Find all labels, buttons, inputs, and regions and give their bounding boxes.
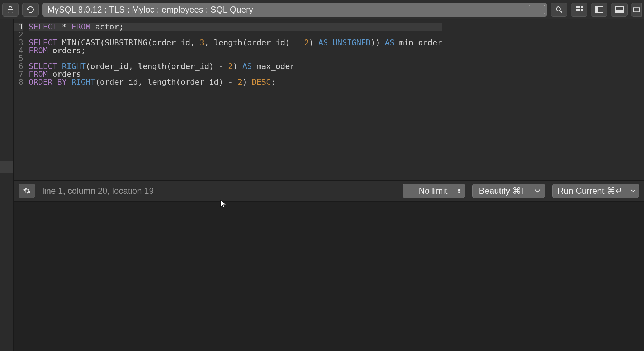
code-line[interactable] (29, 31, 442, 39)
line-gutter: 12345678 (14, 19, 25, 180)
code-line[interactable]: FROM orders; (29, 47, 442, 55)
status-bar: line 1, column 20, location 19 No limit … (14, 180, 644, 202)
svg-rect-3 (576, 6, 578, 8)
layout-left-button[interactable] (591, 3, 607, 17)
breadcrumb-text: MySQL 8.0.12 : TLS : Myloc : employees :… (47, 5, 253, 15)
top-toolbar: MySQL 8.0.12 : TLS : Myloc : employees :… (0, 0, 644, 19)
svg-rect-5 (581, 6, 583, 8)
refresh-button[interactable] (22, 3, 39, 17)
code-line[interactable]: FROM orders (29, 70, 442, 78)
svg-rect-12 (615, 10, 623, 13)
breadcrumb[interactable]: MySQL 8.0.12 : TLS : Myloc : employees :… (42, 3, 547, 17)
lock-button[interactable] (2, 3, 19, 17)
gear-icon (23, 187, 31, 195)
run-button[interactable]: Run Current ⌘↵ (552, 184, 639, 198)
refresh-icon (27, 6, 34, 14)
svg-rect-8 (581, 9, 583, 11)
chevron-down-icon (631, 189, 636, 193)
svg-rect-4 (578, 6, 580, 8)
main-area: 12345678 SELECT * FROM actor;SELECT MIN(… (0, 19, 644, 351)
beautify-button[interactable]: Beautify ⌘I (472, 184, 545, 198)
layout-bottom-icon (615, 6, 624, 13)
layout-left-icon (595, 6, 603, 13)
run-label: Run Current ⌘↵ (558, 186, 622, 196)
lock-open-icon (7, 6, 14, 14)
svg-rect-0 (8, 9, 13, 13)
results-panel (14, 202, 644, 351)
sidebar-handle[interactable] (0, 161, 13, 173)
row-limit-label: No limit (419, 186, 448, 196)
breadcrumb-badge (529, 5, 545, 14)
search-icon (555, 6, 563, 13)
layout-right-icon (633, 6, 640, 13)
grid-button[interactable] (571, 3, 587, 17)
beautify-dropdown[interactable] (530, 189, 545, 193)
svg-rect-7 (578, 9, 580, 11)
code-line[interactable]: SELECT * FROM actor; (29, 23, 442, 31)
layout-bottom-button[interactable] (611, 3, 628, 17)
left-sidebar (0, 19, 14, 351)
sql-editor[interactable]: 12345678 SELECT * FROM actor;SELECT MIN(… (14, 19, 644, 180)
code-line[interactable]: SELECT MIN(CAST(SUBSTRING(order_id, 3, l… (29, 39, 442, 47)
row-limit-select[interactable]: No limit ▲▼ (403, 184, 465, 198)
run-dropdown[interactable] (628, 189, 639, 193)
code-line[interactable]: ORDER BY RIGHT(order_id, length(order_id… (29, 78, 442, 86)
svg-rect-13 (634, 8, 640, 12)
code-area[interactable]: SELECT * FROM actor;SELECT MIN(CAST(SUBS… (25, 19, 445, 180)
svg-rect-10 (595, 7, 598, 13)
svg-line-2 (560, 11, 562, 13)
code-line[interactable]: SELECT RIGHT(order_id, length(order_id) … (29, 62, 442, 70)
grid-icon (576, 6, 583, 13)
beautify-label: Beautify ⌘I (479, 186, 524, 196)
content-area: 12345678 SELECT * FROM actor;SELECT MIN(… (14, 19, 644, 351)
code-line[interactable] (29, 55, 442, 62)
settings-button[interactable] (19, 184, 35, 198)
stepper-icon: ▲▼ (457, 188, 461, 194)
svg-point-1 (556, 7, 560, 11)
search-button[interactable] (551, 3, 567, 17)
layout-right-button[interactable] (631, 3, 642, 17)
svg-rect-6 (576, 9, 578, 11)
chevron-down-icon (535, 189, 540, 193)
cursor-position: line 1, column 20, location 19 (42, 186, 154, 196)
